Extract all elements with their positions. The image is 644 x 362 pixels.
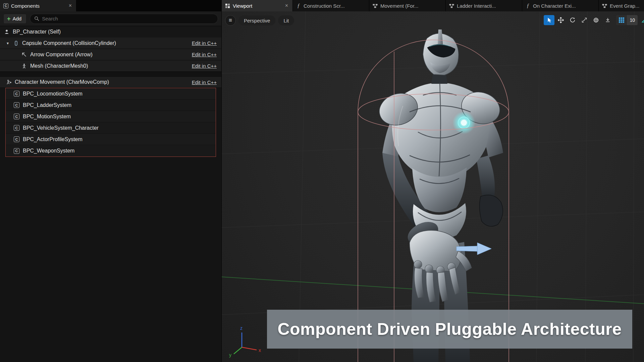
close-icon[interactable]: × bbox=[68, 3, 73, 8]
tree-row-bpc-locomotion-system[interactable]: C BPC_LocomotionSystem bbox=[6, 88, 216, 100]
tree-row-bpc-motion-system[interactable]: C BPC_MotionSystem bbox=[6, 111, 216, 122]
viewport-3d[interactable]: z x y ≡ Perspective Lit bbox=[222, 11, 644, 362]
viewport-options-button[interactable]: ≡ bbox=[225, 15, 236, 26]
blueprint-component-icon: C bbox=[14, 148, 19, 154]
scale-tool-button[interactable] bbox=[579, 15, 590, 25]
lit-label: Lit bbox=[283, 18, 289, 23]
surface-snap-button[interactable] bbox=[602, 15, 613, 25]
add-component-button[interactable]: + Add bbox=[3, 14, 26, 24]
view-mode-dropdown[interactable]: Lit bbox=[278, 15, 294, 25]
add-component-label: Add bbox=[13, 16, 22, 21]
tree-row-bpc-vehicle-system[interactable]: C BPC_VehicleSystem_Character bbox=[6, 122, 216, 134]
document-tab-bar: Viewport × ƒ Construction Scr... Movemen… bbox=[222, 0, 644, 11]
rotate-icon bbox=[570, 17, 576, 23]
edit-in-cpp-link[interactable]: Edit in C++ bbox=[192, 63, 217, 69]
tab-label: Construction Scr... bbox=[304, 3, 366, 9]
axis-gizmo: z x y bbox=[229, 325, 261, 358]
tree-row-label: BPC_MotionSystem bbox=[23, 114, 71, 120]
tree-row-capsule-component[interactable]: ▾ Capsule Component (CollisionCylinder) … bbox=[0, 38, 221, 49]
cursor-icon bbox=[546, 17, 552, 23]
scale-icon bbox=[581, 17, 587, 23]
rotation-snap-toggle[interactable] bbox=[639, 15, 644, 25]
tree-row-bpc-ladder-system[interactable]: C BPC_LadderSystem bbox=[6, 100, 216, 111]
character-movement-icon bbox=[5, 79, 12, 85]
tree-row-label: BPC_LocomotionSystem bbox=[23, 91, 83, 97]
axis-x-label: x bbox=[259, 348, 261, 353]
rotate-tool-button[interactable] bbox=[567, 15, 578, 25]
grid-snap-icon bbox=[619, 17, 625, 23]
tree-row-mesh-component[interactable]: Mesh (CharacterMesh0) Edit in C++ bbox=[0, 60, 221, 72]
banner-text: Component Driven Pluggable Architecture bbox=[277, 319, 622, 339]
search-icon bbox=[34, 16, 39, 21]
tab-construction-script[interactable]: ƒ Construction Scr... bbox=[293, 0, 369, 11]
viewport-panel: Viewport × ƒ Construction Scr... Movemen… bbox=[222, 0, 644, 362]
component-search[interactable] bbox=[30, 14, 218, 24]
select-tool-button[interactable] bbox=[544, 15, 554, 25]
coordinate-space-button[interactable] bbox=[591, 15, 601, 25]
tree-row-label: BPC_WeaponSystem bbox=[23, 148, 74, 154]
grid-snap-toggle[interactable] bbox=[616, 15, 627, 25]
tab-components-label: Components bbox=[11, 3, 65, 9]
tree-row-bpc-weapon-system[interactable]: C BPC_WeaponSystem bbox=[6, 145, 216, 157]
grid-snap-control: 10 bbox=[616, 15, 638, 25]
perspective-label: Perspective bbox=[244, 18, 270, 23]
tree-row-label: BPC_LadderSystem bbox=[23, 102, 71, 108]
viewport-toolbar-left: ≡ Perspective Lit bbox=[225, 15, 294, 26]
chest-light bbox=[452, 111, 475, 134]
tree-row-label: Character Movement (CharMoveComp) bbox=[15, 79, 109, 85]
tab-event-graph[interactable]: Event Grap... bbox=[599, 0, 644, 11]
blueprint-editor-window: C Components × + Add bbox=[0, 0, 644, 362]
search-input[interactable] bbox=[42, 16, 214, 21]
tab-label: Ladder Interacti... bbox=[457, 3, 519, 9]
angle-snap-icon bbox=[641, 17, 644, 23]
blueprint-component-icon: C bbox=[14, 125, 19, 131]
tree-section-gap bbox=[0, 72, 221, 76]
tree-row-arrow-component[interactable]: Arrow Component (Arrow) Edit in C++ bbox=[0, 49, 221, 60]
arrow-component-icon bbox=[21, 51, 28, 58]
graph-icon bbox=[602, 3, 607, 8]
perspective-dropdown[interactable]: Perspective bbox=[238, 15, 275, 25]
blueprint-component-icon: C bbox=[14, 102, 19, 108]
capsule-component-icon bbox=[13, 40, 19, 47]
edit-in-cpp-link[interactable]: Edit in C++ bbox=[192, 79, 217, 85]
plus-icon: + bbox=[7, 16, 11, 22]
edit-in-cpp-link[interactable]: Edit in C++ bbox=[192, 40, 217, 46]
tree-row-character-movement[interactable]: Character Movement (CharMoveComp) Edit i… bbox=[0, 76, 221, 88]
components-tab-bar: C Components × bbox=[0, 0, 221, 11]
chevron-down-icon[interactable]: ▾ bbox=[5, 41, 10, 46]
components-panel: C Components × + Add bbox=[0, 0, 222, 362]
blueprint-component-icon: C bbox=[14, 136, 19, 142]
tab-ladder-interaction-graph[interactable]: Ladder Interacti... bbox=[446, 0, 522, 11]
title-banner: Component Driven Pluggable Architecture bbox=[267, 310, 632, 349]
tab-label: Viewport bbox=[233, 3, 281, 9]
blueprint-component-icon: C bbox=[14, 114, 19, 119]
function-icon: ƒ bbox=[526, 2, 530, 9]
tab-on-character-exit[interactable]: ƒ On Character Exi... bbox=[522, 0, 599, 11]
move-icon bbox=[558, 17, 564, 23]
surface-snap-icon bbox=[605, 17, 611, 23]
component-icon: C bbox=[3, 3, 8, 8]
tab-components[interactable]: C Components × bbox=[0, 0, 76, 11]
viewport-icon bbox=[225, 3, 230, 8]
translate-tool-button[interactable] bbox=[555, 15, 566, 25]
close-icon[interactable]: × bbox=[284, 3, 289, 8]
tab-label: Movement (For... bbox=[380, 3, 442, 9]
graph-icon bbox=[373, 3, 378, 8]
tree-row-label: BPC_VehicleSystem_Character bbox=[23, 125, 99, 131]
tab-viewport[interactable]: Viewport × bbox=[222, 0, 293, 11]
tree-row-label: Arrow Component (Arrow) bbox=[30, 52, 93, 58]
tab-label: On Character Exi... bbox=[533, 3, 595, 9]
components-tree: BP_Character (Self) ▾ Capsule Component … bbox=[0, 26, 221, 362]
tab-movement-graph[interactable]: Movement (For... bbox=[369, 0, 446, 11]
tab-label: Event Grap... bbox=[610, 3, 644, 9]
tree-row-label: Mesh (CharacterMesh0) bbox=[30, 63, 88, 69]
tree-row-bp-character[interactable]: BP_Character (Self) bbox=[0, 26, 221, 38]
viewport-toolbar-right: 10 bbox=[544, 15, 644, 25]
globe-icon bbox=[593, 17, 599, 23]
bpc-highlight-box: C BPC_LocomotionSystem C BPC_LadderSyste… bbox=[5, 88, 216, 157]
tree-row-bpc-actor-profile-system[interactable]: C BPC_ActorProfileSystem bbox=[6, 134, 216, 145]
blueprint-component-icon: C bbox=[14, 91, 19, 97]
edit-in-cpp-link[interactable]: Edit in C++ bbox=[192, 52, 217, 57]
grid-snap-value[interactable]: 10 bbox=[627, 15, 638, 25]
axis-z-label: z bbox=[240, 325, 243, 331]
